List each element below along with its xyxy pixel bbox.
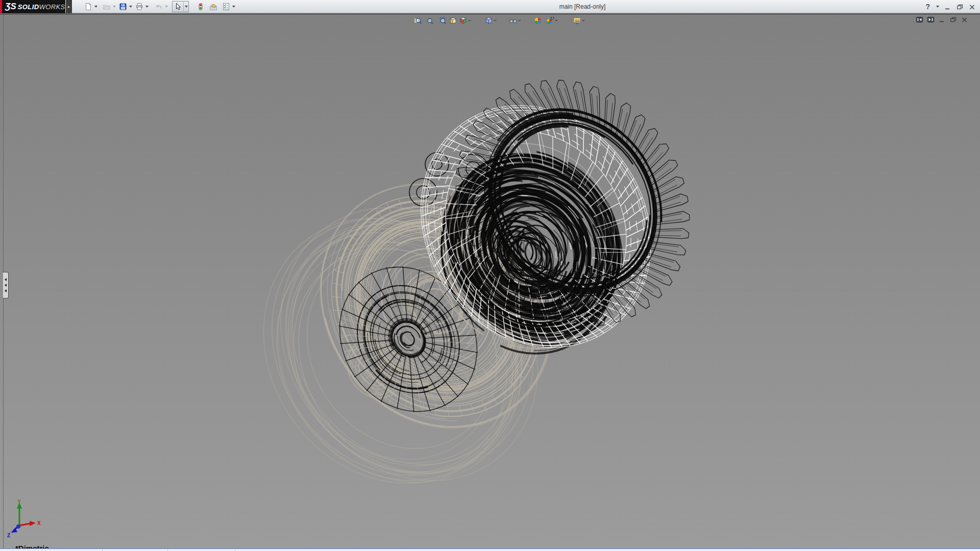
new-document-icon [84,2,93,11]
triad-y-label: Y [17,499,21,505]
hand-sheet-button[interactable] [209,1,218,12]
solidworks-glyph-icon: ƷS [5,2,16,12]
dropdown-caret[interactable] [94,6,97,8]
window-controls: ? [925,0,976,13]
close-button[interactable] [968,3,976,11]
open-document-button[interactable] [102,1,116,12]
help-dropdown-caret[interactable] [936,6,939,8]
select-cursor-icon [173,2,182,11]
featuremanager-collapsed-tab[interactable] [3,272,9,298]
dropdown-caret[interactable] [232,6,235,8]
document-title: main [Read-only] [559,3,606,10]
save-icon [118,2,128,11]
graphics-viewport[interactable]: Y X Z *Dimetric [0,14,980,548]
triad-x-arrow [30,521,36,526]
options-checklist-icon [222,2,231,11]
dropdown-caret[interactable] [145,6,149,8]
print-icon [135,2,144,11]
select-cursor-button[interactable] [172,1,189,12]
save-button[interactable] [118,1,132,12]
brand-bold: SOLID [18,3,39,11]
undo-button[interactable] [154,1,168,12]
select-cursor-pressed-box[interactable] [172,1,189,12]
triad-origin [16,524,20,529]
traffic-light-icon [196,2,205,11]
status-bar [0,548,980,551]
collapse-arrow-icon [5,284,7,287]
undo-icon [154,2,163,11]
collapse-arrow-icon [5,278,7,281]
triad-z-label: Z [7,533,10,538]
help-button[interactable]: ? [925,3,930,11]
triad-x-label: X [37,520,41,526]
titlebar: ƷS SOLIDWORKS ▸ main [Read-only] ? [0,0,980,13]
open-document-icon [102,2,111,11]
menu-flyout-button[interactable]: ▸ [66,0,72,13]
solidworks-window: ƷS SOLIDWORKS ▸ main [Read-only] ? [0,0,980,551]
print-button[interactable] [135,1,149,12]
options-checklist-button[interactable] [222,1,235,12]
split-divider [183,2,184,11]
dropdown-caret[interactable] [185,6,188,8]
triad-x-axis [19,523,31,525]
logo-red-stripe [0,0,2,13]
dropdown-caret[interactable] [129,6,132,8]
solidworks-logo: ƷS SOLIDWORKS [0,0,65,13]
brand-light: WORKS [39,3,65,11]
minimize-button[interactable] [944,3,951,11]
view-orientation-label: *Dimetric [15,544,49,548]
dropdown-caret[interactable] [113,6,116,8]
new-document-button[interactable] [84,1,97,12]
orientation-triad: Y X Z [0,497,61,548]
traffic-light-button[interactable] [196,1,205,12]
standard-toolbar [77,0,235,13]
collapse-arrow-icon [5,289,7,292]
engine-model-wireframe[interactable] [0,14,980,548]
restore-button[interactable] [956,3,964,11]
hand-sheet-icon [209,2,218,11]
dropdown-caret[interactable] [165,6,168,8]
